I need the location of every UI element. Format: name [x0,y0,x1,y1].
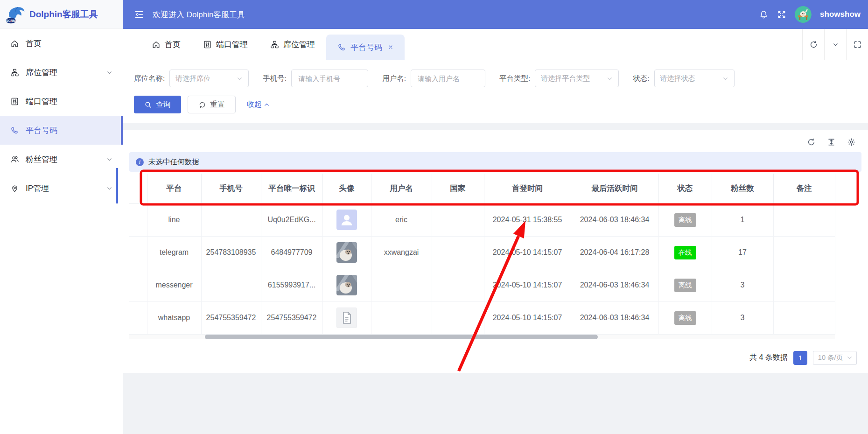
sidebar-item-phone[interactable]: 平台号码 [0,116,123,145]
sidebar-item-label: 端口管理 [26,96,57,107]
tab-phone[interactable]: 平台号码 [326,35,405,60]
cell-platform: messenger [147,269,201,301]
cell-selection [129,301,147,334]
column-settings-gear-icon[interactable] [847,138,856,147]
chevron-down-icon [106,70,112,76]
alert-message: 未选中任何数据 [148,157,199,167]
sidebar-nav: 首页席位管理端口管理平台号码粉丝管理IP管理 [0,29,123,203]
cell-last_active: 2024-06-03 18:46:34 [571,203,658,236]
horizontal-scrollbar-track [129,335,835,339]
reset-button[interactable]: 重置 [188,96,236,113]
horizontal-scrollbar-thumb[interactable] [205,335,598,339]
cell-country [432,301,484,334]
cell-avatar [322,269,371,301]
column-header: 粉丝数 [712,174,773,203]
search-button[interactable]: 查询 [134,96,181,113]
cell-first_login: 2024-05-31 15:38:55 [484,203,571,236]
column-header: 用户名 [371,174,432,203]
avatar-photo [336,242,357,263]
table-header-row: 平台手机号平台唯一标识头像用户名国家首登时间最后活跃时间状态粉丝数备注 [129,174,835,203]
table-row[interactable]: whatsapp2547553594722547553594722024-05-… [129,301,835,334]
cell-last_active: 2024-06-03 18:46:34 [571,269,658,301]
info-icon: i [136,158,144,166]
table-refresh-icon[interactable] [807,138,816,147]
status-badge: 离线 [674,311,696,325]
cell-platform: line [147,203,201,236]
column-header: 备注 [773,174,835,203]
total-count-text: 共 4 条数据 [749,353,788,363]
sidebar: SCRM Dolphin客服工具 首页席位管理端口管理平台号码粉丝管理IP管理 [0,0,123,434]
sidebar-item-label: 平台号码 [26,125,57,136]
cell-fans: 1 [712,203,773,236]
cell-remark [773,269,835,301]
username-text[interactable]: showshow [820,10,861,19]
welcome-text: 欢迎进入 Dolphin客服工具 [153,9,245,20]
reset-button-label: 重置 [210,100,225,110]
collapse-filters-link[interactable]: 收起 [247,100,270,110]
ip-icon [10,184,19,193]
tab-options-chevron-icon[interactable] [824,29,846,60]
cell-username: xxwangzai [371,236,432,269]
sidebar-item-label: 席位管理 [26,67,57,78]
sidebar-item-label: 粉丝管理 [26,154,57,165]
cell-platform: telegram [147,236,201,269]
sidebar-item-seat[interactable]: 席位管理 [0,58,123,87]
user-avatar[interactable] [795,6,812,23]
cell-fans: 3 [712,269,773,301]
search-icon [144,101,152,109]
cell-selection [129,236,147,269]
main-area: 欢迎进入 Dolphin客服工具 showshow 首页端口管理席位管理平台号码… [123,0,868,434]
maximize-view-icon[interactable] [846,29,868,60]
cell-username [371,269,432,301]
table-toolbar [129,135,861,152]
platform-select[interactable]: 请选择平台类型 [535,70,619,87]
chevron-down-icon [722,76,728,82]
table-row[interactable]: telegram2547831089356484977709xxwangzai2… [129,236,835,269]
page-size-select[interactable]: 10 条/页 [813,351,857,365]
cell-country [432,203,484,236]
table-row[interactable]: messenger6155993917...2024-05-10 14:15:0… [129,269,835,301]
tab-controls [802,29,868,60]
sidebar-item-port[interactable]: 端口管理 [0,87,123,116]
port-icon [203,40,212,49]
column-header: 平台唯一标识 [261,174,322,203]
status-select[interactable]: 请选择状态 [654,70,735,87]
cell-fans: 3 [712,301,773,334]
phone-input[interactable] [297,74,362,83]
sidebar-item-home[interactable]: 首页 [0,29,123,58]
cell-first_login: 2024-05-10 14:15:07 [484,269,571,301]
seat-filter-group: 席位名称:请选择席位 [134,70,249,87]
row-density-icon[interactable] [827,138,836,147]
cell-phone [201,269,261,301]
filter-label: 席位名称: [134,74,165,84]
table-card: i 未选中任何数据 平台手机号平台唯一标识头像用户名国家首登时间最后活跃时间状态… [123,130,868,373]
collapse-sidebar-icon[interactable] [134,9,144,20]
sidebar-item-fans[interactable]: 粉丝管理 [0,145,123,174]
seat-icon [270,40,279,49]
refresh-tab-icon[interactable] [802,29,824,60]
selection-alert: i 未选中任何数据 [129,152,861,172]
tabs-container: 首页端口管理席位管理平台号码 [140,29,405,60]
notification-bell-icon[interactable] [759,10,769,20]
avatar-photo [336,275,357,295]
platform-filter-group: 平台类型:请选择平台类型 [499,70,619,87]
tab-seat[interactable]: 席位管理 [259,29,326,60]
fullscreen-expand-icon[interactable] [777,10,786,19]
filter-label: 手机号: [263,74,287,84]
chevron-down-icon [847,355,853,361]
table-row[interactable]: lineUq0u2EdKG...eric2024-05-31 15:38:552… [129,203,835,236]
pagination: 共 4 条数据 1 10 条/页 [129,350,861,365]
fans-icon [10,155,19,164]
sidebar-item-label: IP管理 [26,183,49,194]
platform-numbers-table: 平台手机号平台唯一标识头像用户名国家首登时间最后活跃时间状态粉丝数备注 line… [129,174,835,335]
username-filter-group: 用户名: [382,70,485,87]
tab-port[interactable]: 端口管理 [192,29,259,60]
tab-home[interactable]: 首页 [140,29,192,60]
seat-select[interactable]: 请选择席位 [169,70,249,87]
close-icon[interactable] [388,44,393,50]
username-input[interactable] [417,74,479,83]
sidebar-item-ip[interactable]: IP管理 [0,174,123,203]
cell-selection [129,269,147,301]
page-1-button[interactable]: 1 [793,351,807,365]
column-header: 国家 [432,174,484,203]
